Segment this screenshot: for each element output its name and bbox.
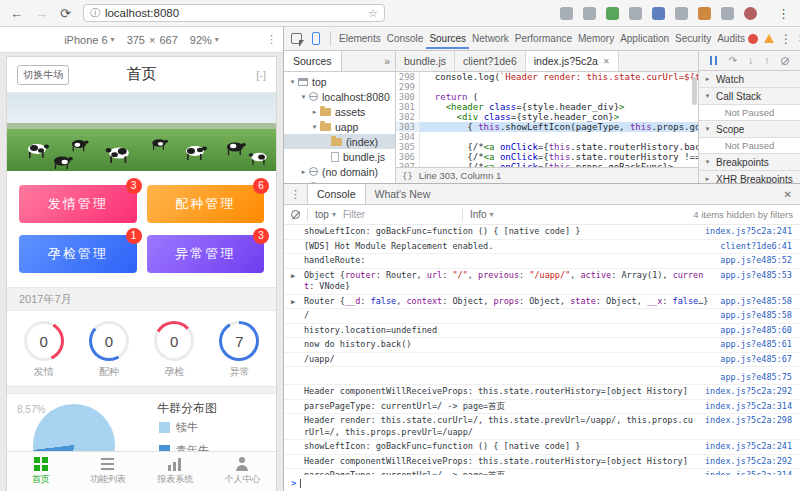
step-out-icon[interactable]: ↑ <box>764 55 769 66</box>
tab-grid[interactable]: 首页 <box>7 452 74 491</box>
pause-icon[interactable] <box>710 56 717 65</box>
console-source-link[interactable]: index.js?5c2a:292 <box>705 386 792 398</box>
sidebar-section-watch[interactable]: ▸Watch <box>699 71 800 88</box>
console-source-link[interactable]: index.js?5c2a:314 <box>705 470 792 475</box>
tab-performance[interactable]: Performance <box>512 28 575 49</box>
url-bar[interactable]: ⓘ localhost:8080 ☆ <box>83 4 385 22</box>
warning-badge-icon[interactable] <box>764 34 774 43</box>
devtools-menu-icon[interactable]: ⋮ <box>780 32 792 46</box>
drawer-tab-console[interactable]: Console <box>307 184 366 204</box>
tree-item-index[interactable]: (index) <box>284 134 395 149</box>
tree-item-assets[interactable]: ▸assets <box>284 104 395 119</box>
menu-button-配种管理[interactable]: 配种管理6 <box>147 185 265 223</box>
sidebar-section-scope[interactable]: ▾Scope <box>699 121 800 138</box>
tab-application[interactable]: Application <box>617 28 672 49</box>
console-source-link[interactable]: app.js?e485:52 <box>720 255 792 267</box>
tree-item-uapp[interactable]: ▾uapp <box>284 119 395 134</box>
line-number[interactable]: 300 <box>396 92 420 102</box>
console-source-link[interactable]: index.js?5c2a:241 <box>705 441 792 453</box>
tab-memory[interactable]: Memory <box>575 28 617 49</box>
file-tab-index-js-5c2a[interactable]: index.js?5c2a✕ <box>526 51 619 71</box>
device-toolbar-menu-icon[interactable]: ⋮ <box>266 33 277 46</box>
console-source-link[interactable]: index.js?5c2a:298 <box>705 415 792 427</box>
step-over-icon[interactable]: ↷ <box>729 55 737 66</box>
extension-icon[interactable] <box>583 7 596 20</box>
menu-button-发情管理[interactable]: 发情管理3 <box>19 185 137 223</box>
extension-icon[interactable] <box>652 7 665 20</box>
sidebar-section-xhr-breakpoints[interactable]: ▸XHR Breakpoints <box>699 171 800 183</box>
pretty-print-icon[interactable]: {} <box>402 171 413 181</box>
console-prompt[interactable]: > <box>284 475 800 491</box>
sidebar-section-breakpoints[interactable]: ▾Breakpoints <box>699 154 800 171</box>
tab-network[interactable]: Network <box>469 28 512 49</box>
console-filter-input[interactable]: Filter <box>343 209 455 220</box>
console-source-link[interactable]: app.js?e485:60 <box>720 325 792 337</box>
menu-button-孕检管理[interactable]: 孕检管理1 <box>19 235 137 273</box>
line-number[interactable]: 305 <box>396 142 420 152</box>
tab-person[interactable]: 个人中心 <box>209 452 276 491</box>
line-number[interactable]: 304 <box>396 132 420 142</box>
tab-elements[interactable]: Elements <box>336 28 384 49</box>
console-source-link[interactable]: app.js?e485:58 <box>720 296 792 308</box>
switch-farm-button[interactable]: 切换牛场 <box>17 65 69 85</box>
drawer-close-icon[interactable]: ✕ <box>776 189 800 200</box>
drawer-menu-icon[interactable]: ⋮ <box>284 188 307 201</box>
navigator-tab-sources[interactable]: Sources <box>284 51 342 71</box>
line-number[interactable]: 302 <box>396 112 420 122</box>
tab-chart[interactable]: 报表系统 <box>142 452 209 491</box>
line-number[interactable]: 306 <box>396 152 420 162</box>
tree-item-top[interactable]: ▾top <box>284 74 395 89</box>
tab-list[interactable]: 功能列表 <box>74 452 141 491</box>
viewport-dimensions[interactable]: 375 × 667 <box>127 34 178 46</box>
tree-item-no-domain[interactable]: ▸(no domain) <box>284 164 395 179</box>
console-source-link[interactable]: app.js?e485:75 <box>720 372 792 384</box>
minimize-icon[interactable]: [-] <box>256 69 266 81</box>
editor-scrollbar[interactable] <box>692 77 697 105</box>
console-source-link[interactable]: client?1de6:41 <box>720 241 792 253</box>
extension-icon[interactable] <box>744 7 757 20</box>
line-number[interactable]: 299 <box>396 82 420 92</box>
deactivate-breakpoints-icon[interactable] <box>781 57 789 65</box>
file-tab-bundle-js[interactable]: bundle.js <box>396 51 455 71</box>
console-source-link[interactable]: index.js?5c2a:292 <box>705 456 792 468</box>
expand-arrow-icon[interactable]: ▶ <box>291 271 295 283</box>
error-badge-icon[interactable] <box>748 34 758 44</box>
overflow-icon[interactable]: » <box>384 55 395 67</box>
extension-icon[interactable] <box>606 7 619 20</box>
inspect-element-icon[interactable] <box>291 33 302 44</box>
expand-arrow-icon[interactable]: ▶ <box>291 297 295 309</box>
tree-item-bundle-js[interactable]: bundle.js <box>284 149 395 164</box>
line-number[interactable]: 298 <box>396 72 420 82</box>
file-tab-client-1de6[interactable]: client?1de6 <box>455 51 526 71</box>
zoom-select[interactable]: 92% ▾ <box>190 34 219 46</box>
tab-audits[interactable]: Audits <box>714 28 748 49</box>
console-source-link[interactable]: app.js?e485:67 <box>720 354 792 366</box>
console-source-link[interactable]: app.js?e485:53 <box>720 270 792 282</box>
reload-button[interactable]: ⟳ <box>60 7 71 20</box>
code-lines[interactable]: 298 console.log(`Header render: this.sta… <box>396 72 698 167</box>
clear-console-icon[interactable] <box>291 210 300 219</box>
extension-icon[interactable] <box>629 7 642 20</box>
console-context-select[interactable]: top ▾ <box>315 209 336 220</box>
tab-security[interactable]: Security <box>672 28 714 49</box>
console-source-link[interactable]: index.js?5c2a:241 <box>705 226 792 238</box>
menu-button-异常管理[interactable]: 异常管理3 <box>147 235 265 273</box>
device-select[interactable]: iPhone 6 ▾ <box>64 34 114 46</box>
info-icon[interactable]: ⓘ <box>90 6 100 20</box>
device-toolbar-toggle-icon[interactable] <box>312 32 320 45</box>
bookmark-star-icon[interactable]: ☆ <box>368 7 378 20</box>
console-source-link[interactable]: app.js?e485:61 <box>720 339 792 351</box>
tab-sources[interactable]: Sources <box>426 28 469 49</box>
console-level-select[interactable]: Info ▾ <box>470 209 494 220</box>
close-icon[interactable]: ✕ <box>603 57 610 66</box>
sidebar-section-call-stack[interactable]: ▾Call Stack <box>699 88 800 105</box>
tab-console[interactable]: Console <box>384 28 427 49</box>
console-source-link[interactable]: app.js?e485:58 <box>720 310 792 322</box>
step-into-icon[interactable]: ↓ <box>748 55 753 66</box>
forward-button[interactable]: → <box>35 7 48 20</box>
line-number[interactable]: 301 <box>396 102 420 112</box>
tree-item-localhost-8080[interactable]: ▾localhost:8080 <box>284 89 395 104</box>
extension-icon[interactable] <box>721 7 734 20</box>
console-messages[interactable]: showLeftIcon: goBackFunc=function () { [… <box>284 225 800 475</box>
drawer-tab-what-s-new[interactable]: What's New <box>366 184 440 204</box>
